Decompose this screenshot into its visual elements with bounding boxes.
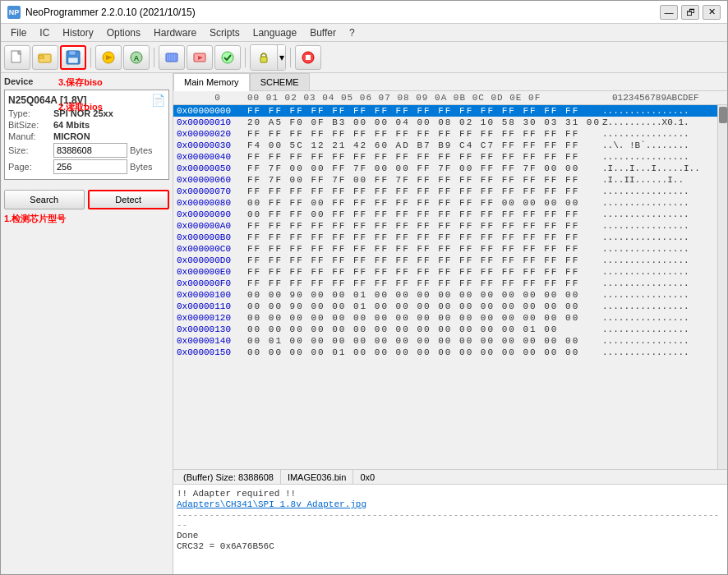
menu-scripts[interactable]: Scripts [203, 25, 247, 40]
hex-addr-cell: 0x00000030 [173, 140, 247, 150]
log-line: Adapters\CH341\SPI 1.8v Adapter.jpg [177, 499, 724, 509]
protect-dropdown-arrow[interactable]: ▾ [277, 45, 285, 70]
hex-row[interactable]: 0x000000E0FF FF FF FF FF FF FF FF FF FF … [173, 266, 717, 278]
separator-2 [154, 48, 154, 67]
hex-row[interactable]: 0x0000015000 00 00 00 01 00 00 00 00 00 … [173, 347, 717, 358]
hex-row[interactable]: 0x00000060FF 7F 00 FF 7F 00 FF 7F FF FF … [173, 174, 717, 186]
hex-ascii-cell: .I..II......I.. [602, 175, 717, 185]
hex-row[interactable]: 0x0000008000 FF FF 00 FF FF FF FF FF FF … [173, 197, 717, 209]
hex-addr-cell: 0x00000080 [173, 198, 247, 208]
hex-row[interactable]: 0x0000014000 01 00 00 00 00 00 00 00 00 … [173, 335, 717, 347]
button-row: Search Detect [4, 190, 169, 209]
hex-ascii-cell: ................ [602, 267, 717, 277]
pdf-icon[interactable]: 📄 [151, 94, 165, 107]
type-row: Type: SPI NOR 25xx [8, 108, 165, 118]
hex-row[interactable]: 0x0000011000 00 90 00 00 01 00 00 00 00 … [173, 301, 717, 312]
hex-row[interactable]: 0x000000C0FF FF FF FF FF FF FF FF FF FF … [173, 243, 717, 255]
hex-addr-cell: 0x00000000 [173, 106, 247, 116]
title-bar: NP NeoProgrammer 2.2.0.10 (2021/10/15) —… [1, 1, 727, 24]
manuf-row: Manuf: MICRON [8, 131, 165, 141]
hex-row[interactable]: 0x000000B0FF FF FF FF FF FF FF FF FF FF … [173, 232, 717, 243]
separator-3 [245, 48, 246, 67]
page-input[interactable] [53, 159, 127, 174]
hex-ascii-cell: ................ [602, 106, 717, 116]
hex-row[interactable]: 0x0000012000 00 00 00 00 00 00 00 00 00 … [173, 312, 717, 324]
tab-main-memory[interactable]: Main Memory [173, 73, 250, 91]
program-button[interactable] [187, 45, 213, 70]
protect-button[interactable] [251, 45, 277, 70]
tabs-bar: Main Memory SCHEME [173, 73, 727, 91]
hex-ascii-cell: Z..........X0.1. [602, 117, 717, 127]
menu-options[interactable]: Options [100, 25, 147, 40]
hex-bytes-cell: FF FF FF FF FF FF FF FF FF FF FF FF FF F… [247, 267, 602, 277]
log-line: ----------------------------------------… [177, 510, 724, 530]
hex-ascii-cell: ................ [602, 290, 717, 300]
menu-file[interactable]: File [4, 25, 33, 40]
hex-row[interactable]: 0x00000070FF FF FF FF FF FF FF FF FF FF … [173, 186, 717, 197]
hex-bytes-cell: FF 7F 00 FF 7F 00 FF 7F FF FF FF FF FF F… [247, 175, 602, 185]
buffer-size-section: (Buffer) Size: 8388608 [177, 470, 281, 484]
hex-addr-cell: 0x000000F0 [173, 278, 247, 288]
detect-button[interactable]: Detect [88, 190, 170, 209]
bitsize-row: BitSize: 64 Mbits [8, 120, 165, 130]
hex-scroll-content[interactable]: 0x00000000FF FF FF FF FF FF FF FF FF FF … [173, 105, 717, 469]
menu-buffer[interactable]: Buffer [303, 25, 343, 40]
menu-hardware[interactable]: Hardware [147, 25, 203, 40]
hex-row[interactable]: 0x000000D0FF FF FF FF FF FF FF FF FF FF … [173, 255, 717, 266]
erase-button[interactable] [159, 45, 185, 70]
new-button[interactable] [4, 45, 30, 70]
hex-row[interactable]: 0x0000010000 00 90 00 00 01 00 00 00 00 … [173, 289, 717, 301]
menu-ic[interactable]: IC [33, 25, 56, 40]
hex-scrollbar[interactable] [717, 105, 727, 469]
hex-row[interactable]: 0x00000000FF FF FF FF FF FF FF FF FF FF … [173, 105, 717, 117]
svg-rect-19 [260, 57, 267, 62]
hex-row[interactable]: 0x00000040FF FF FF FF FF FF FF FF FF FF … [173, 151, 717, 163]
hex-ascii-cell: ................ [602, 221, 717, 231]
hex-addr-cell: 0x00000060 [173, 175, 247, 185]
auto-button[interactable]: A [123, 45, 150, 70]
menu-language[interactable]: Language [247, 25, 303, 40]
verify-button[interactable] [214, 45, 241, 70]
hex-bytes-cell: FF FF FF FF FF FF FF FF FF FF FF FF FF F… [247, 129, 602, 139]
hex-addr-cell: 0x00000150 [173, 347, 247, 357]
hex-row[interactable]: 0x000000A0FF FF FF FF FF FF FF FF FF FF … [173, 220, 717, 232]
hex-header-ascii: 0123456789ABCDEF [612, 93, 727, 103]
size-input[interactable] [53, 143, 127, 158]
search-button[interactable]: Search [4, 190, 85, 209]
hex-row[interactable]: 0x000000F0FF FF FF FF FF FF FF FF FF FF … [173, 278, 717, 289]
hex-row[interactable]: 0x0000001020 A5 F0 0F B3 00 00 04 00 08 … [173, 117, 717, 128]
restore-button[interactable]: 🗗 [681, 5, 699, 20]
stop-button[interactable] [295, 45, 321, 70]
hex-row[interactable]: 0x00000020FF FF FF FF FF FF FF FF FF FF … [173, 128, 717, 140]
size-label: Size: [8, 145, 53, 155]
tab-scheme[interactable]: SCHEME [250, 73, 310, 90]
hex-ascii-cell: ................ [602, 152, 717, 162]
log-link[interactable]: Adapters\CH341\SPI 1.8v Adapter.jpg [177, 499, 366, 509]
svg-text:A: A [134, 54, 140, 62]
close-button[interactable]: ✕ [703, 5, 721, 20]
hex-bytes-cell: FF FF FF FF FF FF FF FF FF FF FF FF FF F… [247, 152, 602, 162]
title-bar-left: NP NeoProgrammer 2.2.0.10 (2021/10/15) [7, 6, 196, 19]
save-button[interactable] [60, 45, 86, 70]
menu-help[interactable]: ? [343, 25, 362, 40]
minimize-button[interactable]: — [660, 5, 678, 20]
hex-addr-cell: 0x00000090 [173, 209, 247, 219]
hex-addr-cell: 0x000000A0 [173, 221, 247, 231]
hex-ascii-cell: ................ [602, 244, 717, 254]
main-window: NP NeoProgrammer 2.2.0.10 (2021/10/15) —… [0, 0, 728, 575]
hex-row[interactable]: 0x00000050FF 7F 00 00 FF 7F 00 00 FF 7F … [173, 163, 717, 174]
read-button[interactable] [95, 45, 122, 70]
hex-row[interactable]: 0x0000013000 00 00 00 00 00 00 00 00 00 … [173, 324, 717, 335]
open-button[interactable] [32, 45, 58, 70]
hex-ascii-cell: ................ [602, 336, 717, 346]
hex-bytes-cell: 00 00 90 00 00 01 00 00 00 00 00 00 00 0… [247, 290, 602, 300]
scrollbar-thumb[interactable] [719, 107, 727, 123]
size-unit: Bytes [130, 145, 153, 155]
menu-bar: File IC History Options Hardware Scripts… [1, 24, 727, 42]
menu-history[interactable]: History [56, 25, 99, 40]
hex-row[interactable]: 0x0000009000 FF FF 00 FF FF FF FF FF FF … [173, 209, 717, 220]
svg-rect-3 [39, 56, 44, 58]
manuf-label: Manuf: [8, 131, 53, 141]
detect-annotation: 1.检测芯片型号 [4, 213, 169, 225]
hex-row[interactable]: 0x00000030F4 00 5C 12 21 42 60 AD B7 B9 … [173, 140, 717, 151]
